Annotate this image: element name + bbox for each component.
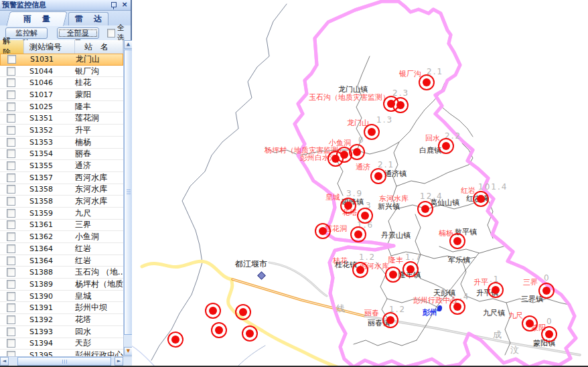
- station-marker[interactable]: [385, 267, 401, 283]
- release-checkbox[interactable]: [7, 232, 15, 241]
- station-marker[interactable]: [327, 151, 344, 167]
- station-marker[interactable]: [522, 315, 538, 332]
- station-id: S1358: [24, 197, 75, 206]
- release-checkbox[interactable]: [7, 351, 15, 356]
- table-row[interactable]: S1393回水: [0, 326, 123, 338]
- table-row[interactable]: S1392花塔: [0, 314, 123, 326]
- horizontal-scrollbar[interactable]: ◄ ►: [0, 356, 132, 366]
- station-marker[interactable]: [419, 74, 435, 90]
- release-checkbox[interactable]: [7, 197, 15, 206]
- table-row[interactable]: S1017蒙阳: [0, 89, 123, 101]
- station-marker[interactable]: [370, 168, 386, 184]
- release-checkbox[interactable]: [7, 161, 15, 170]
- release-checkbox[interactable]: [7, 327, 15, 336]
- release-checkbox[interactable]: [7, 55, 16, 64]
- station-marker[interactable]: [382, 312, 398, 328]
- station-marker[interactable]: [449, 233, 465, 249]
- station-marker[interactable]: [402, 261, 419, 277]
- release-checkbox[interactable]: [7, 149, 15, 158]
- station-marker[interactable]: [205, 303, 221, 319]
- table-row[interactable]: S1358东河水库: [0, 196, 123, 208]
- table-row[interactable]: S1351莲花洞: [0, 113, 123, 125]
- release-checkbox[interactable]: [7, 67, 15, 76]
- header-release[interactable]: 解 除: [0, 40, 24, 54]
- station-marker[interactable]: [541, 326, 557, 342]
- tab-rainfall[interactable]: 雨 量: [6, 11, 67, 26]
- table-row[interactable]: S1362小鱼洞: [0, 231, 123, 243]
- panel-titlebar[interactable]: 预警监控信息 ×: [0, 0, 131, 11]
- station-marker[interactable]: [211, 322, 227, 338]
- release-checkbox[interactable]: [7, 138, 15, 147]
- station-marker[interactable]: [438, 138, 454, 154]
- station-marker[interactable]: [392, 97, 409, 113]
- map-label-town: 通济镇: [384, 169, 407, 179]
- release-checkbox[interactable]: [7, 209, 15, 218]
- station-marker[interactable]: [167, 332, 183, 348]
- select-all-checkbox[interactable]: [107, 29, 115, 38]
- station-marker[interactable]: [235, 304, 251, 320]
- table-row[interactable]: S1044银厂沟: [0, 66, 123, 78]
- table-row[interactable]: S1388玉石沟 （地..: [0, 267, 123, 279]
- release-checkbox[interactable]: [7, 102, 15, 111]
- station-name: 隆丰: [75, 101, 123, 113]
- release-checkbox[interactable]: [7, 78, 15, 87]
- release-checkbox[interactable]: [7, 256, 15, 265]
- tab-radar[interactable]: 雷 达: [68, 12, 108, 25]
- station-name: 银厂沟: [75, 66, 123, 77]
- close-icon[interactable]: ×: [121, 1, 129, 9]
- table-row[interactable]: S1364红岩: [0, 243, 123, 255]
- station-marker[interactable]: [357, 208, 373, 224]
- table-row[interactable]: S1364红岩: [0, 255, 123, 267]
- header-station-id[interactable]: 测站编号: [24, 40, 75, 54]
- table-row[interactable]: S1395彭州行政中心: [0, 350, 123, 356]
- scroll-right-icon[interactable]: ►: [115, 357, 123, 366]
- table-row[interactable]: S1361三界: [0, 220, 123, 232]
- table-row[interactable]: S1352升平: [0, 125, 123, 137]
- release-checkbox[interactable]: [7, 173, 15, 182]
- table-row[interactable]: S1046桂花: [0, 77, 123, 89]
- table-row[interactable]: S1358东河水库: [0, 184, 123, 196]
- vertical-scrollbar[interactable]: ▲ ▼: [123, 40, 133, 356]
- table-row[interactable]: S1031龙门山: [0, 54, 123, 66]
- station-marker[interactable]: [538, 283, 555, 299]
- station-marker[interactable]: [449, 299, 465, 315]
- pin-icon[interactable]: [111, 2, 117, 9]
- table-row[interactable]: S1389杨坪村（地质..: [0, 279, 123, 291]
- release-checkbox[interactable]: [7, 292, 15, 301]
- station-marker[interactable]: [242, 325, 258, 342]
- horizontal-scroll-thumb[interactable]: [17, 357, 111, 366]
- table-row[interactable]: S1391彭州中坝: [0, 302, 123, 314]
- release-checkbox[interactable]: [7, 185, 15, 194]
- station-marker[interactable]: [488, 282, 504, 298]
- table-row[interactable]: S1353楠杨: [0, 137, 123, 149]
- table-row[interactable]: S1394天彭: [0, 338, 123, 350]
- map-canvas[interactable]: 银厂沟玉石沟（地质灾害监测）龙门山小鱼洞杨坪村（地质灾害监测）彭州白水河通济回水…: [132, 0, 588, 366]
- station-marker[interactable]: [340, 198, 356, 214]
- table-row[interactable]: S1390皇城: [0, 291, 123, 303]
- station-marker[interactable]: [352, 262, 368, 278]
- scroll-left-icon[interactable]: ◄: [0, 357, 9, 366]
- release-checkbox[interactable]: [7, 244, 15, 253]
- table-row[interactable]: S1359九尺: [0, 208, 123, 220]
- release-checkbox[interactable]: [7, 339, 15, 348]
- table-row[interactable]: S1357西河水库: [0, 172, 123, 184]
- station-marker[interactable]: [417, 201, 433, 217]
- station-name: 丽春: [75, 148, 123, 159]
- release-checkbox[interactable]: [7, 303, 15, 312]
- release-checkbox[interactable]: [7, 126, 15, 135]
- release-checkbox[interactable]: [7, 114, 15, 123]
- header-station-name[interactable]: 站 名: [75, 40, 123, 54]
- station-marker[interactable]: [315, 223, 331, 239]
- release-checkbox[interactable]: [7, 220, 15, 229]
- station-marker[interactable]: [350, 226, 366, 242]
- release-checkbox[interactable]: [7, 315, 15, 324]
- table-row[interactable]: S1355通济: [0, 160, 123, 172]
- release-checkbox[interactable]: [7, 90, 15, 99]
- release-checkbox[interactable]: [7, 268, 15, 277]
- station-marker[interactable]: [473, 191, 489, 207]
- station-marker[interactable]: [364, 124, 380, 140]
- table-row[interactable]: S1025隆丰: [0, 101, 123, 113]
- release-checkbox[interactable]: [7, 280, 15, 289]
- table-row[interactable]: S1354丽春: [0, 149, 123, 161]
- show-all-button[interactable]: 全部显示: [57, 27, 99, 39]
